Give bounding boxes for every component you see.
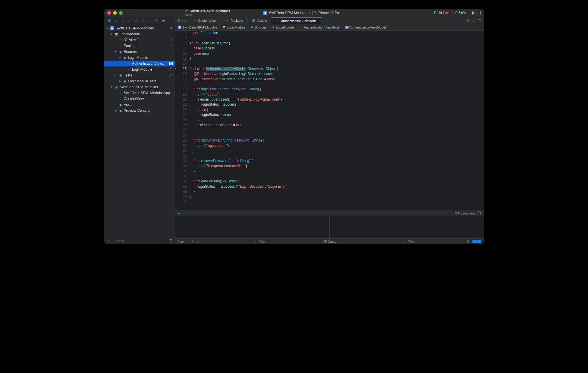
tree-row[interactable]: ➣ContentView (104, 96, 175, 102)
console-pane-toggle[interactable] (477, 240, 481, 243)
editor-tab[interactable]: ➣ContentView (188, 17, 221, 24)
console-filter-input[interactable] (408, 240, 465, 243)
code-line[interactable]: 24 loginStatus = .error (175, 112, 484, 117)
code-content[interactable]: } (190, 189, 195, 194)
tree-row[interactable]: ➣LoginModule? (104, 66, 175, 72)
code-line[interactable]: 28 (175, 133, 484, 138)
refresh-icon[interactable]: ⟲ (467, 19, 470, 23)
find-navigator-icon[interactable]: ⌕ (128, 19, 131, 22)
code-line[interactable]: 29 func signup(email: String, password: … (175, 138, 484, 143)
code-content[interactable] (190, 153, 193, 158)
tree-row[interactable]: ▣LoginModule (104, 55, 175, 61)
code-line[interactable]: 37 func getAlertTitle() -> String { (175, 179, 484, 184)
code-content[interactable]: func recoverPassword(email: String) { (190, 159, 253, 164)
jumpbar-item[interactable]: ➣AuthenticationViewModel (300, 26, 340, 29)
disclosure-triangle[interactable] (110, 86, 113, 89)
scheme-selector[interactable]: ⎇SwiftBeta-SPM-Modulos master (184, 9, 230, 16)
code-content[interactable]: loginStatus = .error (190, 112, 231, 117)
code-content[interactable]: loginStatus == .success ? "Login Success… (190, 184, 287, 189)
navigator-filter-input[interactable] (117, 239, 163, 243)
code-line[interactable]: 9 (175, 36, 484, 41)
code-line[interactable]: 33 func recoverPassword(email: String) { (175, 159, 484, 164)
code-line[interactable]: 17 @Published var didUpdateLoginStatus: … (175, 77, 484, 82)
code-line[interactable]: 30 print("registrarse...") (175, 143, 484, 148)
console-view[interactable] (330, 216, 484, 238)
code-content[interactable]: case error (190, 51, 209, 56)
code-content[interactable]: loginStatus = .success (190, 102, 237, 107)
code-content[interactable]: final class AuthenticationViewModel: Obs… (190, 66, 278, 71)
code-line[interactable]: 40} (175, 194, 484, 199)
run-destination[interactable]: ▣ SwiftBeta-SPM-Modulos 📱 iPhone 12 Pro (263, 11, 340, 15)
debug-pane-toggle[interactable] (472, 240, 481, 243)
code-content[interactable]: @Published var didUpdateLoginStatus: Boo… (190, 77, 275, 82)
code-line[interactable]: 21 if email.uppercased() == "swiftbeta.b… (175, 97, 484, 102)
breakpoint-navigator-icon[interactable]: ▢ (155, 19, 158, 22)
code-content[interactable] (190, 61, 191, 66)
jumpbar-item[interactable]: ▣SwiftBeta-SPM-Modulos (178, 26, 217, 29)
code-line[interactable]: 25 } (175, 118, 484, 123)
add-icon[interactable]: ＋ (107, 238, 111, 244)
clock-icon[interactable]: ◷ (165, 239, 168, 243)
editor-options-icon[interactable]: ≡ (472, 19, 475, 23)
variables-view[interactable] (175, 216, 330, 238)
code-content[interactable]: @Published var loginStatus: LoginStatus … (190, 71, 275, 76)
code-line[interactable]: 19 func login(email: String, password: S… (175, 87, 484, 92)
code-content[interactable]: } (190, 128, 195, 133)
code-line[interactable]: 32 (175, 153, 484, 158)
code-line[interactable]: 39 } (175, 189, 484, 194)
jumpbar-item[interactable]: ▣LoginModule (272, 26, 295, 29)
code-line[interactable]: 36 (175, 174, 484, 179)
editor-tab[interactable]: ▣Assets (248, 17, 271, 24)
scm-filter-icon[interactable]: ☰ (169, 239, 172, 243)
info-icon[interactable]: ⓘ (196, 239, 200, 244)
code-line[interactable]: 14 (175, 61, 484, 66)
code-line[interactable]: 13} (175, 56, 484, 61)
disclosure-triangle[interactable] (114, 109, 117, 112)
code-content[interactable]: case success (190, 46, 215, 51)
code-content[interactable]: func login(email: String, password: Stri… (190, 87, 261, 92)
test-navigator-icon[interactable]: ◇ (141, 19, 145, 22)
code-content[interactable]: print("registrarse...") (190, 143, 229, 148)
code-content[interactable] (190, 82, 193, 87)
disclosure-triangle[interactable] (114, 74, 117, 77)
back-button[interactable]: ‹ (182, 19, 183, 23)
code-content[interactable] (190, 199, 191, 204)
code-content[interactable]: } (190, 169, 195, 174)
disclosure-triangle[interactable] (118, 80, 121, 83)
library-button[interactable] (477, 11, 481, 15)
code-line[interactable]: 35 } (175, 169, 484, 174)
code-line[interactable]: 27 } (175, 128, 484, 133)
jumpbar-item[interactable]: 📦LoginModule (222, 26, 245, 29)
tree-row[interactable]: ➣Package? (104, 43, 175, 49)
code-line[interactable]: 20 print("login...") (175, 92, 484, 97)
zoom-button[interactable] (119, 11, 123, 15)
tree-row[interactable]: ☰README? (104, 37, 175, 43)
code-line[interactable]: 34 print("Recuperar contraseña...") (175, 164, 484, 169)
add-button[interactable]: + (471, 10, 474, 16)
code-line[interactable]: 23 } else { (175, 107, 484, 112)
variables-pane-toggle[interactable] (472, 240, 477, 243)
tree-row[interactable]: ▣SwiftBeta-SPM-Modulos (104, 84, 175, 90)
variables-filter-input[interactable] (259, 240, 315, 243)
minimap-toggle-icon[interactable] (477, 212, 481, 215)
jump-bar[interactable]: ▣SwiftBeta-SPM-Modulos〉📦LoginModule〉▣Sou… (175, 24, 484, 31)
code-content[interactable]: print("Recuperar contraseña...") (190, 164, 247, 169)
code-content[interactable] (190, 174, 193, 179)
tree-row[interactable]: ▣Preview Content (104, 108, 175, 114)
code-line[interactable]: 8import Foundation (175, 31, 484, 36)
code-line[interactable]: 10enum LoginStatus: Error { (175, 41, 484, 46)
issue-navigator-icon[interactable]: △ (134, 19, 138, 22)
report-navigator-icon[interactable]: ☰ (161, 19, 165, 22)
code-line[interactable]: ●15final class AuthenticationViewModel: … (175, 66, 484, 71)
related-items-icon[interactable]: ⊞ (177, 19, 180, 23)
tree-row[interactable]: ▣LoginModuleTests (104, 78, 175, 84)
code-content[interactable]: import Foundation (190, 31, 218, 36)
editor-tab[interactable]: ➣AuthenticationViewModel (271, 17, 322, 24)
tree-row[interactable]: ▣Assets (104, 102, 175, 108)
disclosure-triangle[interactable] (114, 50, 117, 53)
code-line[interactable]: 26 didUpdateLoginStatus = true (175, 123, 484, 128)
editor-tab[interactable]: ➣Package (221, 17, 248, 24)
code-line[interactable]: 31 } (175, 148, 484, 153)
tree-row[interactable]: ➣AuthenticationViewModelR (104, 61, 175, 66)
code-content[interactable]: } (190, 148, 195, 153)
